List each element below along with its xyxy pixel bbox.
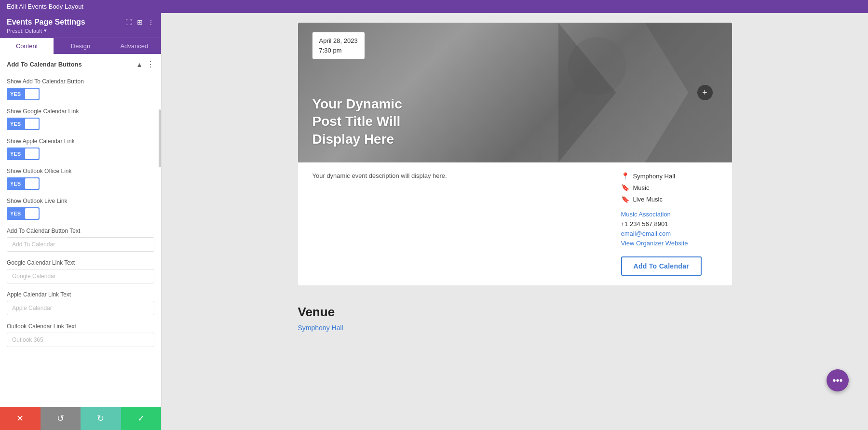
setting-label-7: Apple Calendar Link Text xyxy=(7,291,154,298)
cancel-button[interactable]: ✕ xyxy=(0,407,41,430)
bookmark-icon-2: 🔖 xyxy=(621,195,629,203)
event-location: Symphony Hall xyxy=(633,173,675,180)
toggle-0[interactable]: YES xyxy=(7,88,40,100)
toggle-yes-2: YES xyxy=(7,148,24,160)
section-header-icons: ▲ ⋮ xyxy=(136,60,154,69)
tab-content[interactable]: Content xyxy=(0,38,54,54)
undo-button[interactable]: ↺ xyxy=(41,407,81,430)
event-date: April 28, 2023 xyxy=(319,36,358,46)
organizer-links: Music Association +1 234 567 8901 email@… xyxy=(621,211,718,247)
event-time: 7:30 pm xyxy=(319,46,358,55)
organizer-email-link[interactable]: email@email.com xyxy=(621,230,718,237)
event-meta-category-1: 🔖 Music xyxy=(621,184,718,191)
fab-icon: ••• xyxy=(832,375,842,386)
main-content: April 28, 2023 7:30 pm Your DynamicPost … xyxy=(162,13,868,430)
top-bar-title: Edit All Events Body Layout xyxy=(7,3,83,10)
tab-advanced[interactable]: Advanced xyxy=(108,38,161,54)
event-body: Your dynamic event description will disp… xyxy=(298,162,732,285)
event-category-1: Music xyxy=(633,184,650,191)
toggle-3[interactable]: YES xyxy=(7,177,40,190)
section-title: Add To Calendar Buttons xyxy=(7,61,82,68)
columns-icon[interactable]: ⊞ xyxy=(137,18,143,26)
venue-link[interactable]: Symphony Hall xyxy=(298,324,343,332)
setting-show-google-link: Show Google Calendar Link YES xyxy=(0,103,161,133)
top-bar: Edit All Events Body Layout xyxy=(0,0,868,13)
setting-label-5: Add To Calendar Button Text xyxy=(7,228,154,234)
event-card: April 28, 2023 7:30 pm Your DynamicPost … xyxy=(298,23,732,285)
setting-label-8: Outlook Calendar Link Text xyxy=(7,323,154,330)
add-element-button[interactable]: + xyxy=(697,85,713,100)
input-outlook-cal-text[interactable] xyxy=(7,333,154,347)
setting-apple-cal-text: Apple Calendar Link Text xyxy=(0,286,161,318)
event-meta-category-2: 🔖 Live Music xyxy=(621,195,718,203)
toggle-1[interactable]: YES xyxy=(7,118,40,130)
venue-section: Venue Symphony Hall xyxy=(298,300,732,342)
setting-label-0: Show Add To Calendar Button xyxy=(7,78,154,85)
save-button[interactable]: ✓ xyxy=(121,407,162,430)
event-title-overlay: Your DynamicPost Title WillDisplay Here xyxy=(312,95,402,148)
event-meta-sidebar: 📍 Symphony Hall 🔖 Music 🔖 Live Music Mus… xyxy=(621,172,718,276)
toggle-yes-0: YES xyxy=(7,88,24,100)
section-more-icon[interactable]: ⋮ xyxy=(147,60,154,69)
more-options-icon[interactable]: ⋮ xyxy=(148,18,154,26)
setting-label-6: Google Calendar Link Text xyxy=(7,259,154,266)
toggle-yes-4: YES xyxy=(7,207,24,220)
bottom-toolbar: ✕ ↺ ↻ ✓ xyxy=(0,407,161,430)
toggle-2[interactable]: YES xyxy=(7,148,40,160)
toggle-wrap-3: YES xyxy=(7,177,154,190)
preset-row: Preset: Default ▾ xyxy=(7,27,154,34)
tab-bar: Content Design Advanced xyxy=(0,38,161,54)
sidebar-content: Add To Calendar Buttons ▲ ⋮ Show Add To … xyxy=(0,54,161,407)
setting-label-1: Show Google Calendar Link xyxy=(7,108,154,115)
collapse-icon[interactable]: ▲ xyxy=(136,61,143,68)
setting-label-3: Show Outlook Office Link xyxy=(7,168,154,175)
toggle-wrap-0: YES xyxy=(7,88,154,100)
venue-title: Venue xyxy=(298,305,732,320)
scroll-indicator xyxy=(159,109,161,167)
setting-outlook-cal-text: Outlook Calendar Link Text xyxy=(0,318,161,350)
add-to-calendar-button[interactable]: Add To Calendar xyxy=(621,256,702,276)
setting-show-add-to-cal-btn: Show Add To Calendar Button YES xyxy=(0,73,161,103)
bookmark-icon-1: 🔖 xyxy=(621,184,629,191)
sidebar: Events Page Settings ⛶ ⊞ ⋮ Preset: Defau… xyxy=(0,13,162,430)
sidebar-header: Events Page Settings ⛶ ⊞ ⋮ Preset: Defau… xyxy=(0,13,161,38)
setting-label-2: Show Apple Calendar Link xyxy=(7,138,154,145)
input-apple-cal-text[interactable] xyxy=(7,301,154,315)
preset-label: Preset: Default xyxy=(7,28,42,34)
toggle-thumb-1 xyxy=(25,119,39,129)
event-date-badge: April 28, 2023 7:30 pm xyxy=(312,32,365,59)
event-category-2: Live Music xyxy=(633,196,663,203)
input-google-cal-text[interactable] xyxy=(7,269,154,283)
input-add-to-cal-text[interactable] xyxy=(7,237,154,252)
tab-design[interactable]: Design xyxy=(54,38,107,54)
preset-arrow: ▾ xyxy=(44,27,47,34)
setting-google-cal-text: Google Calendar Link Text xyxy=(0,255,161,286)
event-description-text: Your dynamic event description will disp… xyxy=(312,172,607,179)
toggle-wrap-2: YES xyxy=(7,148,154,160)
toggle-wrap-4: YES xyxy=(7,207,154,220)
event-description: Your dynamic event description will disp… xyxy=(312,172,607,276)
toggle-yes-3: YES xyxy=(7,177,24,190)
floating-action-button[interactable]: ••• xyxy=(827,369,849,391)
toggle-4[interactable]: YES xyxy=(7,207,40,220)
toggle-thumb-3 xyxy=(25,178,39,189)
section-header: Add To Calendar Buttons ▲ ⋮ xyxy=(0,54,161,73)
toggle-thumb-2 xyxy=(25,148,39,159)
organizer-website-link[interactable]: View Organizer Website xyxy=(621,240,718,247)
fullscreen-icon[interactable]: ⛶ xyxy=(125,18,132,26)
location-icon: 📍 xyxy=(621,172,629,180)
event-banner: April 28, 2023 7:30 pm Your DynamicPost … xyxy=(298,23,732,162)
setting-show-outlook-office: Show Outlook Office Link YES xyxy=(0,163,161,193)
setting-show-outlook-live: Show Outlook Live Link YES xyxy=(0,193,161,223)
setting-label-4: Show Outlook Live Link xyxy=(7,198,154,204)
toggle-thumb-0 xyxy=(25,89,39,99)
sidebar-title: Events Page Settings xyxy=(7,18,85,27)
toggle-wrap-1: YES xyxy=(7,118,154,130)
toggle-thumb-4 xyxy=(25,208,39,219)
organizer-name-link[interactable]: Music Association xyxy=(621,211,718,218)
setting-show-apple-link: Show Apple Calendar Link YES xyxy=(0,133,161,163)
setting-add-to-cal-text: Add To Calendar Button Text xyxy=(0,223,161,255)
event-meta-location: 📍 Symphony Hall xyxy=(621,172,718,180)
redo-button[interactable]: ↻ xyxy=(81,407,121,430)
organizer-phone: +1 234 567 8901 xyxy=(621,220,718,228)
